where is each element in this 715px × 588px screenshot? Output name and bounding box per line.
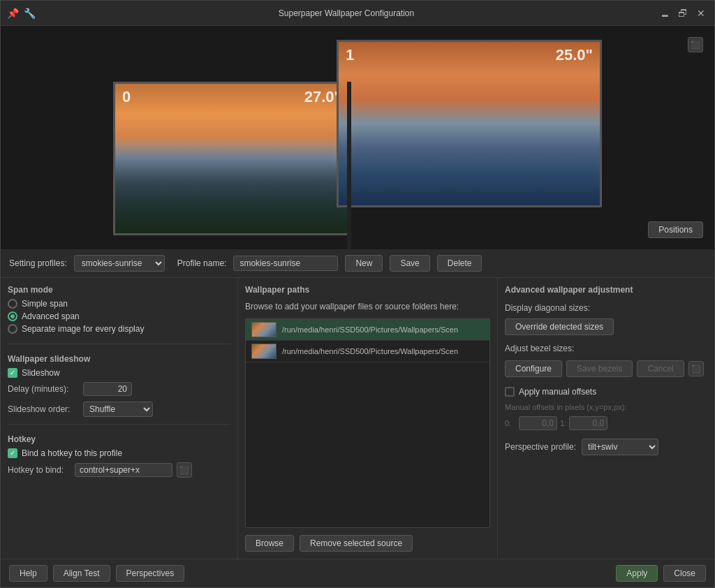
- monitor-1-label: 1: [346, 46, 354, 64]
- titlebar-app-icons: 📌 🔧: [6, 7, 36, 20]
- bottom-bar-right: Apply Close: [616, 565, 706, 582]
- monitor-divider: [347, 82, 351, 249]
- maximize-button[interactable]: 🗗: [675, 6, 691, 21]
- profile-name-label: Profile name:: [177, 258, 227, 268]
- span-advanced-option[interactable]: Advanced span: [8, 311, 230, 321]
- middle-panel: Wallpaper paths Browse to add your wallp…: [238, 278, 498, 559]
- slideshow-title: Wallpaper slideshow: [8, 354, 230, 364]
- profile-select[interactable]: smokies-sunrise: [74, 255, 165, 272]
- manual-offsets-label: Apply manual offsets: [519, 387, 596, 397]
- span-simple-option[interactable]: Simple span: [8, 299, 230, 309]
- manual-offsets-section: Apply manual offsets: [505, 387, 707, 397]
- configure-bezels-button[interactable]: Configure: [505, 360, 562, 377]
- positions-button-container: Positions: [648, 221, 703, 238]
- apply-button[interactable]: Apply: [616, 565, 658, 582]
- panels-row: Span mode Simple span Advanced span Sepa…: [1, 278, 714, 559]
- perspective-select[interactable]: tilt+swiv none tilt swivel: [582, 439, 658, 455]
- browse-button[interactable]: Browse: [245, 535, 294, 552]
- hotkey-input[interactable]: [75, 463, 172, 477]
- wallpaper-browse-row: Browse Remove selected source: [245, 535, 490, 552]
- wallpaper-paths-title: Wallpaper paths: [245, 285, 490, 295]
- wallpaper-thumb-0: [251, 322, 277, 337]
- wallpaper-item-1[interactable]: /run/media/henri/SSD500/Pictures/Wallpap…: [246, 341, 489, 362]
- new-profile-button[interactable]: New: [345, 255, 383, 272]
- offset-1-input[interactable]: [569, 416, 607, 430]
- wallpaper-item-0[interactable]: /run/media/henri/SSD500/Pictures/Wallpap…: [246, 319, 489, 341]
- perspective-row: Perspective profile: tilt+swiv none tilt…: [505, 439, 707, 455]
- slideshow-checkbox-item[interactable]: Slideshow: [8, 368, 230, 378]
- bezel-row: Configure Save bezels Cancel ⬛: [505, 360, 707, 377]
- wallpaper-path-0: /run/media/henri/SSD500/Pictures/Wallpap…: [282, 325, 458, 334]
- preview-area: 0 27.0" 1 25.0" ⬛ Positions: [1, 26, 714, 249]
- offsets-hint-row: Manual offsets in pixels (x,y=px,px):: [505, 402, 707, 412]
- slideshow-label: Slideshow: [22, 368, 60, 378]
- hotkey-bind-key-label: Hotkey to bind:: [8, 465, 71, 475]
- minimize-button[interactable]: 🗕: [657, 6, 672, 21]
- cancel-bezels-button[interactable]: Cancel: [637, 360, 684, 377]
- perspectives-button[interactable]: Perspectives: [116, 565, 185, 582]
- offset-0-input[interactable]: [519, 416, 557, 430]
- offset-1-label: 1:: [560, 419, 566, 427]
- span-separate-label: Separate image for every display: [22, 324, 144, 334]
- monitor-1-size: 25.0": [556, 46, 593, 64]
- wallpaper-path-1: /run/media/henri/SSD500/Pictures/Wallpap…: [282, 347, 458, 355]
- bottom-bar: Help Align Test Perspectives Apply Close: [1, 559, 714, 587]
- wallpaper-list[interactable]: /run/media/henri/SSD500/Pictures/Wallpap…: [245, 318, 490, 528]
- override-detected-sizes-button[interactable]: Override detected sizes: [505, 318, 614, 335]
- hotkey-bind-checkbox: [8, 448, 17, 458]
- monitor-preview-container: 0 27.0" 1 25.0": [113, 40, 602, 235]
- close-button[interactable]: ✕: [693, 6, 709, 21]
- span-separate-option[interactable]: Separate image for every display: [8, 324, 230, 334]
- span-mode-radio-group: Simple span Advanced span Separate image…: [8, 299, 230, 334]
- offset-0-label: 0:: [505, 419, 516, 427]
- help-button[interactable]: Help: [9, 565, 47, 582]
- span-advanced-label: Advanced span: [22, 311, 80, 321]
- profile-row: Setting profiles: smokies-sunrise Profil…: [1, 249, 714, 278]
- slideshow-order-select[interactable]: Shuffle Sequential Random: [83, 402, 153, 417]
- left-panel: Span mode Simple span Advanced span Sepa…: [1, 278, 238, 559]
- monitor-1-preview: 1 25.0": [337, 40, 602, 207]
- perspective-label: Perspective profile:: [505, 442, 576, 452]
- display-diagonal-label: Display diagonal sizes:: [505, 303, 707, 313]
- delay-row: Delay (minutes):: [8, 382, 230, 396]
- hotkey-bind-item[interactable]: Bind a hotkey to this profile: [8, 448, 230, 458]
- save-bezels-button[interactable]: Save bezels: [566, 360, 633, 377]
- delete-profile-button[interactable]: Delete: [437, 255, 482, 272]
- positions-button[interactable]: Positions: [648, 221, 703, 238]
- bezel-label: Adjust bezel sizes:: [505, 344, 707, 353]
- span-mode-title: Span mode: [8, 285, 230, 295]
- manual-offsets-checkbox: [505, 387, 515, 397]
- hotkey-input-row: Hotkey to bind: ⬛: [8, 462, 230, 478]
- span-simple-label: Simple span: [22, 299, 68, 309]
- delay-label: Delay (minutes):: [8, 384, 78, 394]
- main-window: 📌 🔧 Superpaper Wallpaper Configuration 🗕…: [0, 0, 715, 588]
- profile-name-input[interactable]: [233, 256, 338, 271]
- span-separate-radio: [8, 324, 17, 334]
- manual-offsets-checkbox-item[interactable]: Apply manual offsets: [505, 387, 707, 397]
- offsets-hint: Manual offsets in pixels (x,y=px,px):: [505, 403, 626, 411]
- right-panel: Advanced wallpaper adjustment Display di…: [498, 278, 714, 559]
- divider-2: [8, 424, 230, 425]
- app-icon: 📌: [6, 7, 19, 20]
- remove-source-button[interactable]: Remove selected source: [300, 535, 413, 552]
- preview-help-button[interactable]: ⬛: [688, 37, 703, 52]
- hotkey-title: Hotkey: [8, 434, 230, 444]
- divider-1: [8, 344, 230, 344]
- slideshow-checkbox: [8, 368, 17, 378]
- window-controls: 🗕 🗗 ✕: [657, 6, 709, 21]
- span-simple-radio: [8, 299, 17, 309]
- slideshow-order-row: Slideshow order: Shuffle Sequential Rand…: [8, 402, 230, 417]
- wallpaper-browse-hint: Browse to add your wallpaper files or so…: [245, 302, 490, 311]
- monitor-0-preview: 0 27.0": [113, 82, 351, 235]
- close-window-button[interactable]: Close: [663, 565, 706, 582]
- window-title: Superpaper Wallpaper Configuration: [36, 8, 657, 18]
- align-test-button[interactable]: Align Test: [53, 565, 110, 582]
- monitor-0-size: 27.0": [304, 88, 341, 106]
- offsets-inputs-row: 0: 1:: [505, 416, 707, 430]
- monitor-0-label: 0: [122, 88, 131, 106]
- bezel-icon-button[interactable]: ⬛: [688, 361, 704, 376]
- save-profile-button[interactable]: Save: [390, 255, 429, 272]
- hotkey-record-button[interactable]: ⬛: [177, 462, 192, 478]
- preview-help-icon[interactable]: ⬛: [688, 37, 703, 52]
- delay-input[interactable]: [83, 382, 132, 396]
